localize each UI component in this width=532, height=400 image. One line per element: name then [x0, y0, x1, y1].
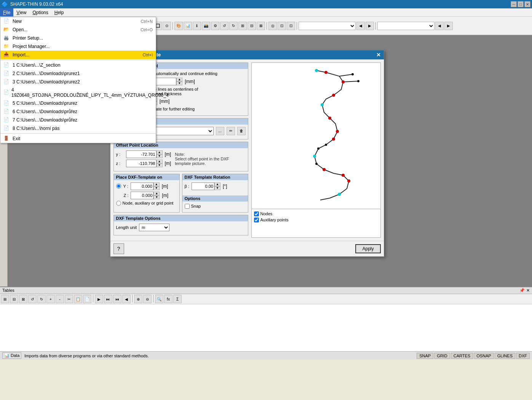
tb-btn-21[interactable]: ⊠ — [257, 22, 265, 30]
snap-checkbox[interactable] — [185, 204, 190, 209]
place-z-up[interactable]: ▲ — [153, 192, 160, 195]
tb-btn-12[interactable]: 🎨 — [174, 22, 183, 30]
tbl-btn-2[interactable]: ⊟ — [10, 295, 18, 303]
cartes-status-btn[interactable]: CARTES — [451, 353, 473, 359]
tbl-btn-13[interactable]: ⏮ — [113, 295, 121, 303]
beta-input[interactable] — [192, 182, 214, 190]
menu-view[interactable]: View — [13, 8, 29, 16]
title-bar-controls[interactable]: ─ □ ✕ — [511, 1, 530, 7]
tbl-btn-6[interactable]: + — [46, 295, 55, 303]
menu-recent-7[interactable]: 📄 7 C:\Users\...\Downloads\průřez — [0, 116, 156, 124]
tb-btn-13[interactable]: 📊 — [184, 22, 192, 30]
offset-z-up[interactable]: ▲ — [157, 160, 163, 163]
menu-recent-4[interactable]: 📄 4 19Z0648_STOJINA_PRODLOUŽENÉ_LIPY_TL_… — [0, 86, 156, 99]
glines-status-btn[interactable]: GLINES — [495, 353, 515, 359]
menu-import[interactable]: 📥 Import... Ctrl+I — [0, 51, 156, 59]
help-button[interactable]: ? — [113, 243, 124, 254]
tbl-btn-16[interactable]: ⊖ — [143, 295, 152, 303]
minimize-button[interactable]: ─ — [511, 1, 517, 7]
tbl-btn-4[interactable]: ↺ — [28, 295, 37, 303]
offset-y-down[interactable]: ▼ — [157, 154, 163, 158]
menu-printer-setup[interactable]: 🖨️ Printer Setup... — [0, 34, 156, 42]
menu-open[interactable]: 📂 Open... Ctrl+O — [0, 26, 156, 34]
tbl-btn-7[interactable]: - — [56, 295, 64, 303]
osnap-status-btn[interactable]: OSNAP — [474, 353, 494, 359]
tb-btn-15[interactable]: 📸 — [202, 22, 210, 30]
menu-options[interactable]: Options — [29, 8, 51, 16]
tb-btn-27[interactable]: ◀ — [435, 22, 444, 30]
tb-btn-20[interactable]: ⊟ — [248, 22, 256, 30]
tb-btn-19[interactable]: ⊞ — [238, 22, 247, 30]
radio-place-y[interactable] — [116, 184, 121, 189]
menu-recent-5[interactable]: 📄 5 C:\Users\...\Downloads\prurez — [0, 99, 156, 107]
material-delete-btn[interactable]: 🗑 — [237, 127, 246, 135]
menu-exit[interactable]: 🚪 Exit — [0, 134, 156, 143]
tb-btn-11[interactable]: ⊙ — [163, 22, 171, 30]
place-z-down[interactable]: ▼ — [153, 195, 160, 199]
toolbar-combo-2[interactable] — [299, 22, 356, 30]
tables-close-btn[interactable]: ✕ — [526, 288, 530, 293]
offset-z-down[interactable]: ▼ — [157, 163, 163, 167]
place-y-input[interactable] — [131, 182, 153, 190]
beta-up[interactable]: ▲ — [214, 182, 220, 186]
material-browse-btn[interactable]: ... — [216, 127, 224, 135]
tbl-btn-8[interactable]: ✂ — [65, 295, 73, 303]
tb-btn-18[interactable]: ↻ — [229, 22, 238, 30]
offset-z-input[interactable] — [126, 160, 157, 167]
place-y-down[interactable]: ▼ — [153, 186, 160, 190]
dialog-close-button[interactable]: ✕ — [376, 52, 381, 58]
tbl-btn-3[interactable]: ⊠ — [19, 295, 27, 303]
tb-btn-23[interactable]: ⊡ — [278, 22, 286, 30]
tbl-btn-5[interactable]: ↻ — [37, 295, 46, 303]
maximize-button[interactable]: □ — [518, 1, 524, 7]
tbl-btn-11[interactable]: ▶ — [95, 295, 103, 303]
menu-recent-1[interactable]: 📄 1 C:\Users\...\Z_section — [0, 61, 156, 69]
tb-btn-25[interactable]: ◀ — [356, 22, 365, 30]
nodes-checkbox[interactable] — [254, 211, 259, 216]
menu-recent-6[interactable]: 📄 6 C:\Users\...\Downloads\průřez — [0, 107, 156, 116]
tb-btn-17[interactable]: ↺ — [220, 22, 228, 30]
tb-btn-26[interactable]: ▶ — [366, 22, 374, 30]
tbl-btn-10[interactable]: 📄 — [83, 295, 91, 303]
max-thickness-up[interactable]: ▲ — [176, 78, 182, 82]
menu-recent-8[interactable]: 📄 8 C:\Users\...\horní pás — [0, 124, 156, 133]
toolbar-combo-3[interactable] — [377, 22, 435, 30]
menu-new[interactable]: 📄 New Ctrl+N — [0, 17, 156, 26]
menu-recent-3[interactable]: 📄 3 C:\Users\...\Downloads\prurez2 — [0, 78, 156, 86]
length-unit-select[interactable]: m mm cm — [139, 224, 169, 231]
data-indicator[interactable]: 📊 Data — [2, 352, 21, 359]
tables-pin-btn[interactable]: 📌 — [519, 288, 525, 293]
menu-recent-2[interactable]: 📄 2 C:\Users\...\Downloads\prurez1 — [0, 69, 156, 78]
offset-y-input[interactable] — [126, 150, 157, 158]
tb-btn-14[interactable]: ℹ — [193, 22, 201, 30]
tbl-btn-14[interactable]: ◀ — [122, 295, 131, 303]
beta-down[interactable]: ▼ — [214, 186, 220, 190]
dxf-status-btn[interactable]: DXF — [516, 353, 530, 359]
max-thickness-input[interactable] — [153, 78, 176, 85]
tbl-btn-9[interactable]: 📋 — [74, 295, 82, 303]
tb-btn-24[interactable]: ⊡ — [287, 22, 295, 30]
place-y-up[interactable]: ▲ — [153, 182, 160, 186]
radio-place-node[interactable] — [116, 201, 121, 206]
tb-btn-28[interactable]: ▶ — [444, 22, 453, 30]
tbl-btn-15[interactable]: ⊕ — [134, 295, 142, 303]
offset-y-up[interactable]: ▲ — [157, 150, 163, 154]
tb-btn-16[interactable]: ⚙ — [211, 22, 219, 30]
grid-status-btn[interactable]: GRID — [434, 353, 450, 359]
tbl-btn-1[interactable]: ⊞ — [1, 295, 9, 303]
tbl-btn-17[interactable]: 🔍 — [155, 295, 163, 303]
menu-help[interactable]: Help — [51, 8, 67, 16]
menu-project-manager[interactable]: 📁 Project Manager... — [0, 42, 156, 51]
tbl-btn-19[interactable]: Σ — [173, 295, 182, 303]
close-button[interactable]: ✕ — [524, 1, 530, 7]
material-edit-btn[interactable]: ✏ — [227, 127, 235, 135]
tb-btn-22[interactable]: ◎ — [268, 22, 277, 30]
aux-points-checkbox[interactable] — [254, 218, 259, 222]
tbl-btn-18[interactable]: fx — [164, 295, 173, 303]
apply-button[interactable]: Apply — [355, 244, 380, 253]
place-z-input[interactable] — [131, 192, 153, 199]
menu-file[interactable]: File — [0, 8, 13, 16]
tbl-btn-12[interactable]: ⏭ — [104, 295, 112, 303]
snap-status-btn[interactable]: SNAP — [417, 353, 433, 359]
max-thickness-down[interactable]: ▼ — [176, 82, 182, 85]
